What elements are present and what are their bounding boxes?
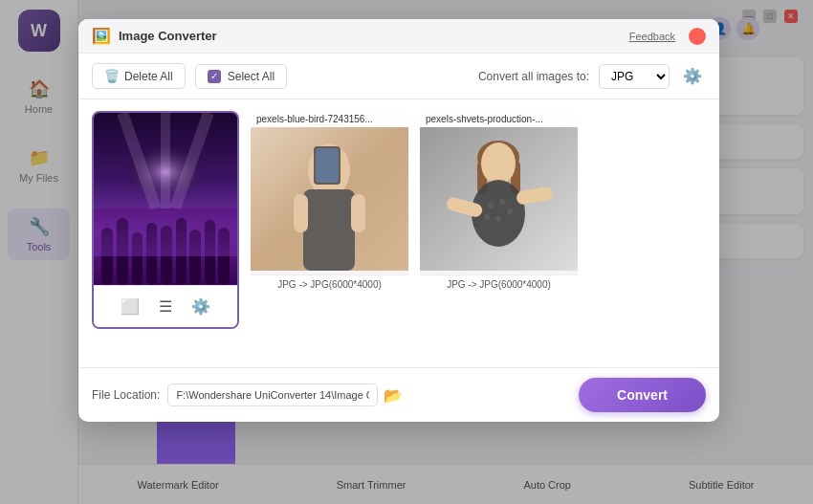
folder-browse-button[interactable]: 📂 (384, 386, 403, 405)
modal-title-icon: 🖼️ (92, 27, 111, 45)
image-2-filename: pexels-blue-bird-7243156... (251, 111, 408, 127)
image-3-format: JPG -> JPG(6000*4000) (420, 274, 578, 294)
selfie-thumbnail (251, 127, 408, 271)
file-location-input[interactable] (167, 383, 378, 406)
select-all-button[interactable]: ✓ Select All (195, 64, 287, 89)
titlebar-right: Feedback ✕ (629, 28, 706, 45)
delete-all-button[interactable]: 🗑️ Delete All (92, 63, 186, 89)
delete-icon: 🗑️ (104, 69, 120, 83)
file-location-label: File Location: (92, 388, 160, 402)
format-select[interactable]: JPG PNG BMP TIFF WEBP (599, 64, 670, 89)
svg-point-34 (495, 216, 501, 222)
image-card-3[interactable]: pexels-shvets-production-... (420, 111, 578, 294)
convert-button[interactable]: Convert (579, 378, 706, 412)
svg-point-28 (481, 142, 516, 185)
image-card-2[interactable]: pexels-blue-bird-7243156... (251, 111, 408, 294)
svg-point-30 (488, 203, 494, 208)
adjust-icon-button[interactable]: ☰ (155, 294, 176, 319)
woman-thumbnail (420, 127, 578, 271)
select-all-label: Select All (228, 70, 275, 83)
svg-point-32 (507, 208, 513, 214)
image-1-bottom-icons: ⬜ ☰ ⚙️ (94, 285, 237, 327)
svg-rect-22 (251, 127, 408, 271)
image-card-2-wrapper: pexels-blue-bird-7243156... (251, 111, 408, 356)
svg-point-33 (484, 214, 490, 220)
image-card-1[interactable]: pexels-mark-angelo-sam... ✕ (92, 111, 239, 329)
image-card-1-wrapper: pexels-mark-angelo-sam... ✕ (92, 111, 239, 356)
modal-footer: File Location: 📂 Convert (78, 367, 719, 422)
image-card-2-inner: pexels-blue-bird-7243156... (251, 111, 408, 294)
image-2-format: JPG -> JPG(6000*4000) (251, 274, 408, 294)
image-card-1-inner: pexels-mark-angelo-sam... ✕ (94, 113, 237, 285)
crop-icon-button[interactable]: ⬜ (117, 294, 143, 319)
modal-toolbar: 🗑️ Delete All ✓ Select All Convert all i… (78, 54, 719, 99)
svg-rect-14 (94, 208, 237, 285)
convert-all-label: Convert all images to: (478, 70, 589, 83)
images-area: pexels-mark-angelo-sam... ✕ (78, 99, 719, 367)
settings2-icon-button[interactable]: ⚙️ (187, 294, 214, 319)
image-card-3-wrapper: pexels-shvets-production-... (420, 111, 578, 356)
feedback-link[interactable]: Feedback (629, 31, 675, 42)
concert-svg (94, 113, 237, 285)
checkbox-icon: ✓ (208, 70, 221, 83)
location-row: File Location: 📂 (92, 383, 403, 406)
image-converter-modal: 🖼️ Image Converter Feedback ✕ 🗑️ Delete … (78, 19, 719, 422)
modal-close-button[interactable]: ✕ (689, 28, 706, 45)
settings-icon-button[interactable]: ⚙️ (679, 65, 706, 87)
modal-titlebar: 🖼️ Image Converter Feedback ✕ (78, 19, 719, 54)
concert-thumbnail (94, 113, 237, 285)
delete-all-label: Delete All (124, 70, 173, 83)
svg-point-31 (499, 199, 505, 205)
modal-title: Image Converter (119, 29, 217, 43)
image-card-3-inner: pexels-shvets-production-... (420, 111, 578, 294)
image-3-filename: pexels-shvets-production-... (420, 111, 578, 127)
